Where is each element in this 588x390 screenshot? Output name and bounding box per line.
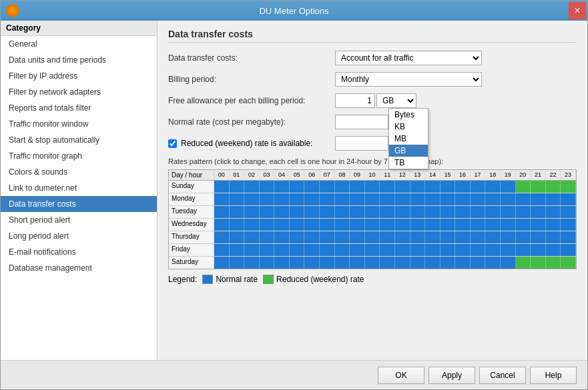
hour-cell[interactable] (471, 219, 486, 231)
sidebar-item[interactable]: E-mail notifications (1, 244, 157, 260)
hour-cell[interactable] (501, 231, 516, 243)
hour-cell[interactable] (230, 257, 245, 269)
hour-cell[interactable] (320, 257, 335, 269)
hour-cell[interactable] (244, 219, 260, 231)
hour-cell[interactable] (425, 206, 440, 218)
hour-cell[interactable] (546, 231, 561, 243)
hour-cell[interactable] (561, 193, 576, 205)
hour-cell[interactable] (230, 181, 245, 193)
hour-cell[interactable] (380, 193, 395, 205)
unit-option-kb[interactable]: KB (389, 121, 428, 133)
hour-cell[interactable] (304, 244, 320, 256)
reduced-rate-input[interactable]: $0.80 (335, 136, 388, 151)
hour-cell[interactable] (274, 244, 290, 256)
hour-cell[interactable] (290, 206, 305, 218)
sidebar-item[interactable]: Short period alert (1, 212, 157, 228)
hour-cell[interactable] (531, 206, 546, 218)
hour-cell[interactable] (260, 206, 275, 218)
hour-cell[interactable] (214, 231, 230, 243)
hour-cell[interactable] (425, 244, 440, 256)
hour-cell[interactable] (516, 231, 531, 243)
hour-cell[interactable] (546, 181, 561, 193)
hour-cell[interactable] (244, 231, 260, 243)
hour-cell[interactable] (214, 193, 230, 205)
hour-cell[interactable] (214, 244, 230, 256)
hour-cell[interactable] (260, 181, 275, 193)
hour-cell[interactable] (230, 193, 245, 205)
hour-cell[interactable] (230, 244, 245, 256)
hour-cell[interactable] (501, 206, 516, 218)
hour-cell[interactable] (425, 257, 440, 269)
hour-cell[interactable] (214, 219, 230, 231)
hour-cell[interactable] (304, 193, 320, 205)
sidebar-item[interactable]: Colors & sounds (1, 164, 157, 180)
hour-cell[interactable] (230, 206, 245, 218)
sidebar-item[interactable]: General (1, 36, 157, 52)
hour-cell[interactable] (290, 244, 305, 256)
hour-cell[interactable] (320, 193, 335, 205)
hour-cell[interactable] (335, 244, 350, 256)
hour-cell[interactable] (501, 257, 516, 269)
hour-cell[interactable] (380, 231, 395, 243)
hour-cell[interactable] (440, 193, 456, 205)
hour-cell[interactable] (531, 193, 546, 205)
hour-cell[interactable] (471, 257, 486, 269)
hour-cell[interactable] (304, 219, 320, 231)
hour-cell[interactable] (365, 231, 380, 243)
hour-cell[interactable] (455, 257, 471, 269)
hour-cell[interactable] (455, 181, 471, 193)
hour-cell[interactable] (485, 257, 501, 269)
ok-button[interactable]: OK (378, 367, 424, 384)
hour-cell[interactable] (260, 219, 275, 231)
hour-cell[interactable] (244, 257, 260, 269)
hour-cell[interactable] (410, 219, 426, 231)
hour-cell[interactable] (561, 231, 576, 243)
hour-cell[interactable] (440, 244, 456, 256)
hour-cell[interactable] (425, 231, 440, 243)
hour-cell[interactable] (335, 257, 350, 269)
apply-button[interactable]: Apply (428, 367, 475, 384)
hour-cell[interactable] (425, 193, 440, 205)
hour-cell[interactable] (455, 244, 471, 256)
unit-option-tb[interactable]: TB (389, 157, 428, 169)
hour-cell[interactable] (350, 244, 365, 256)
hour-cell[interactable] (214, 257, 230, 269)
hour-cell[interactable] (214, 181, 230, 193)
hour-cell[interactable] (365, 257, 380, 269)
sidebar-item[interactable]: Data units and time periods (1, 52, 157, 68)
hour-cell[interactable] (471, 244, 486, 256)
sidebar-item[interactable]: Long period alert (1, 228, 157, 244)
hour-cell[interactable] (516, 206, 531, 218)
hour-cell[interactable] (350, 231, 365, 243)
hour-cell[interactable] (380, 244, 395, 256)
hour-cell[interactable] (410, 257, 426, 269)
hour-cell[interactable] (485, 181, 501, 193)
hour-cell[interactable] (335, 219, 350, 231)
hour-cell[interactable] (274, 257, 290, 269)
hour-cell[interactable] (395, 219, 410, 231)
hour-cell[interactable] (546, 219, 561, 231)
data-transfer-costs-select[interactable]: Account for all traffic Account for traf… (335, 51, 482, 65)
hour-cell[interactable] (471, 181, 486, 193)
hour-cell[interactable] (516, 219, 531, 231)
hour-cell[interactable] (395, 193, 410, 205)
hour-cell[interactable] (546, 244, 561, 256)
hour-cell[interactable] (260, 244, 275, 256)
hour-cell[interactable] (350, 181, 365, 193)
hour-cell[interactable] (561, 257, 576, 269)
cancel-button[interactable]: Cancel (479, 367, 526, 384)
hour-cell[interactable] (471, 231, 486, 243)
hour-cell[interactable] (455, 219, 471, 231)
hour-cell[interactable] (440, 206, 456, 218)
hour-cell[interactable] (244, 193, 260, 205)
sidebar-item[interactable]: Link to dumeter.net (1, 180, 157, 196)
hour-cell[interactable] (501, 219, 516, 231)
hour-cell[interactable] (365, 219, 380, 231)
hour-cell[interactable] (304, 206, 320, 218)
reduced-rate-checkbox[interactable] (168, 139, 177, 148)
hour-cell[interactable] (516, 244, 531, 256)
hour-cell[interactable] (561, 181, 576, 193)
hour-cell[interactable] (320, 181, 335, 193)
hour-cell[interactable] (410, 181, 426, 193)
hour-cell[interactable] (304, 181, 320, 193)
